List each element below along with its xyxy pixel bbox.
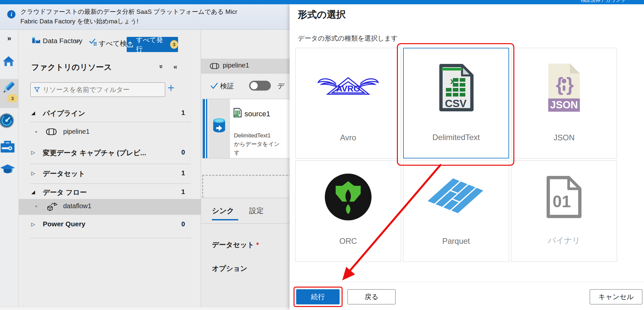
- home-icon[interactable]: [2, 55, 15, 68]
- parquet-logo-icon: [418, 169, 494, 225]
- node-icon-zone: [208, 99, 230, 158]
- expand-rail-icon[interactable]: »: [7, 34, 11, 43]
- publish-all-label: すべて発行: [136, 36, 167, 53]
- left-icon-rail: » 3: [0, 30, 19, 307]
- node-description: DelimitedText1 からデータをイン す: [234, 131, 280, 157]
- divider: [30, 238, 191, 238]
- section-count: 0: [181, 149, 185, 156]
- publish-icon: [127, 41, 134, 48]
- csv-dataset-mini-icon: csv: [233, 108, 242, 118]
- divider: [290, 282, 644, 282]
- tree-section-powerquery[interactable]: ▷ Power Query 0: [19, 217, 201, 232]
- bottom-scroll-strip: [0, 307, 290, 310]
- bullet-icon: ●: [35, 129, 38, 134]
- tab-settings[interactable]: 設定: [249, 206, 264, 216]
- expanded-caret-icon[interactable]: ◢: [31, 110, 35, 116]
- bullet-icon: ●: [35, 204, 38, 209]
- pipeline-icon: [209, 63, 220, 70]
- format-card-parquet[interactable]: Parquet: [403, 160, 509, 262]
- factory-resources-panel: Data Factory すべて検証 すべて発行 3 ファクトリのリソース » …: [19, 30, 201, 307]
- json-file-icon: { } JSON: [546, 63, 582, 112]
- collapsed-caret-icon[interactable]: ▷: [31, 170, 35, 176]
- continue-button[interactable]: 続行: [296, 289, 340, 304]
- learn-cap-icon[interactable]: [0, 164, 15, 175]
- validate-check-icon: [210, 82, 218, 89]
- collapsed-caret-icon[interactable]: ▷: [31, 221, 35, 227]
- data-factory-logo-icon: [32, 35, 40, 44]
- format-label: バイナリ: [511, 235, 617, 246]
- toggle-partial-label: デ: [277, 81, 285, 91]
- format-card-orc[interactable]: ORC: [295, 160, 401, 262]
- tree-section-pipelines[interactable]: ◢ パイプライン 1: [19, 106, 201, 121]
- section-count: 1: [181, 109, 185, 117]
- dialog-title: 形式の選択: [298, 8, 346, 21]
- section-count: 1: [181, 188, 185, 196]
- banner-text: クラウドファーストの最新のデータ分析 SaaS プラットフォームである Micr…: [20, 7, 237, 26]
- format-label: Parquet: [403, 237, 509, 246]
- filter-input[interactable]: [43, 86, 162, 94]
- tree-section-cdc[interactable]: ▷ 変更データ キャプチャ (プレビ... 0: [19, 146, 201, 160]
- divider: [30, 122, 191, 122]
- tree-section-dataflows[interactable]: ◢ データ フロー 1: [19, 185, 201, 200]
- top-bar-partial-text: 検証済みアカウント: [581, 0, 626, 3]
- format-select-dialog: 形式の選択 データの形式の種類を選択します AVRO Avro: [290, 4, 644, 310]
- binary-file-icon: 01: [545, 176, 583, 218]
- active-tab-underline: [212, 219, 238, 220]
- expanded-caret-icon[interactable]: ◢: [31, 189, 35, 195]
- format-label: ORC: [296, 237, 401, 246]
- validate-button[interactable]: 検証: [220, 81, 234, 91]
- svg-text:CSV: CSV: [445, 98, 467, 109]
- source1-activity-node[interactable]: csv source1 DelimitedText1 からデータをイン す: [202, 99, 290, 158]
- collapse-all-icon[interactable]: »: [158, 65, 166, 69]
- format-label: JSON: [511, 133, 617, 142]
- svg-text:AVRO: AVRO: [336, 84, 360, 94]
- properties-panel: シンク 設定 データセット* オプション: [201, 198, 290, 307]
- tab-sink[interactable]: シンク: [212, 206, 234, 216]
- node-title: source1: [245, 110, 270, 118]
- back-button[interactable]: 戻る: [348, 289, 396, 304]
- app-root: 検証済みアカウント i クラウドファーストの最新のデータ分析 SaaS プラット…: [0, 0, 644, 310]
- section-count: 0: [181, 220, 185, 228]
- resources-panel-title: ファクトリのリソース: [31, 62, 112, 72]
- dialog-subtitle: データの形式の種類を選択します: [298, 34, 398, 43]
- orc-logo-icon: [324, 173, 372, 221]
- top-bar: 検証済みアカウント: [0, 0, 644, 4]
- copy-data-icon: [212, 117, 227, 134]
- resource-filter[interactable]: [30, 82, 165, 97]
- format-card-delimitedtext[interactable]: x CSV DelimitedText: [403, 48, 509, 158]
- add-resource-button[interactable]: +: [167, 81, 174, 95]
- divider: [30, 164, 191, 164]
- format-label: DelimitedText: [404, 133, 508, 142]
- tree-item-pipeline1[interactable]: ● pipeline1: [19, 125, 201, 140]
- toolbox-icon[interactable]: [0, 140, 15, 154]
- collapsed-caret-icon[interactable]: ▷: [31, 150, 35, 155]
- publish-all-button[interactable]: すべて発行 3: [127, 37, 178, 52]
- banner-line-1: クラウドファーストの最新のデータ分析 SaaS プラットフォームである Micr: [20, 7, 237, 16]
- tree-section-datasets[interactable]: ▷ データセット 1: [19, 166, 201, 181]
- toggle-knob: [250, 82, 258, 89]
- tab-pipeline1[interactable]: pipeline1: [201, 59, 290, 73]
- publish-count-badge: 3: [170, 40, 178, 49]
- validate-all-icon: [89, 38, 97, 46]
- filter-funnel-icon: [34, 86, 40, 93]
- info-icon: i: [7, 10, 15, 18]
- selection-stripe: [206, 99, 207, 158]
- banner-line-2: Fabric Data Factory を使い始めmaしょう!: [20, 16, 237, 26]
- tree-item-dataflow1[interactable]: ● dataflow1: [19, 199, 201, 215]
- options-field-label: オプション: [212, 264, 247, 273]
- cancel-button[interactable]: キャンセル: [590, 289, 642, 304]
- pipeline-canvas-column: pipeline1 検証 デ: [201, 30, 290, 307]
- divider: [30, 183, 191, 184]
- dataset-field-label: データセット*: [212, 240, 259, 249]
- debug-toggle[interactable]: [249, 81, 271, 91]
- format-card-json[interactable]: { } JSON JSON: [511, 48, 617, 158]
- format-card-avro[interactable]: AVRO Avro: [295, 48, 401, 158]
- svg-text:01: 01: [553, 192, 571, 211]
- chevron-down-icon[interactable]: [74, 40, 80, 43]
- format-card-binary[interactable]: 01 バイナリ: [511, 160, 617, 262]
- drop-zone-placeholder: [202, 175, 290, 201]
- svg-text:JSON: JSON: [550, 99, 578, 111]
- collapse-panel-icon[interactable]: «: [173, 63, 177, 70]
- format-label: Avro: [296, 133, 401, 142]
- monitor-gauge-icon[interactable]: [0, 113, 14, 128]
